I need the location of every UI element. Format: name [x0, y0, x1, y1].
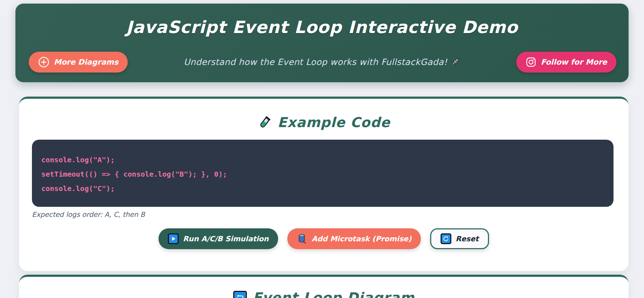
example-code-heading-label: Example Code — [278, 115, 390, 130]
header-banner: JavaScript Event Loop Interactive Demo M… — [15, 4, 629, 82]
test-tube-icon — [258, 115, 272, 130]
event-loop-diagram-heading: Event Loop Diagram — [19, 277, 629, 298]
thread-icon — [297, 233, 307, 244]
subtitle-text: Understand how the Event Loop works with… — [184, 57, 447, 67]
reset-label: Reset — [456, 234, 479, 243]
example-code-card: Example Code console.log("A"); setTimeou… — [19, 97, 629, 271]
follow-for-more-button[interactable]: Follow for More — [516, 52, 616, 73]
instagram-icon — [526, 57, 536, 67]
event-loop-diagram-heading-label: Event Loop Diagram — [253, 290, 414, 298]
example-code-heading: Example Code — [19, 99, 629, 130]
header-row: More Diagrams Understand how the Event L… — [15, 50, 629, 74]
reset-button[interactable]: Reset — [430, 228, 489, 249]
code-line: console.log("A"); — [41, 153, 614, 167]
event-loop-diagram-card: Event Loop Diagram — [19, 275, 629, 298]
play-button-icon — [168, 233, 179, 244]
run-simulation-button[interactable]: Run A/C/B Simulation — [159, 228, 278, 249]
code-line: console.log("C"); — [41, 181, 614, 196]
repeat-icon — [233, 291, 247, 298]
page-title: JavaScript Event Loop Interactive Demo — [15, 4, 629, 37]
follow-for-more-label: Follow for More — [541, 58, 607, 66]
code-block: console.log("A"); setTimeout(() => { con… — [32, 140, 614, 207]
reset-icon — [441, 233, 451, 244]
rocket-icon — [450, 57, 460, 67]
expected-logs-note: Expected logs order: A, C, then B — [32, 210, 629, 218]
add-microtask-button[interactable]: Add Microtask (Promise) — [287, 228, 421, 249]
run-simulation-label: Run A/C/B Simulation — [183, 234, 269, 243]
add-microtask-label: Add Microtask (Promise) — [312, 234, 412, 243]
code-line: setTimeout(() => { console.log("B"); }, … — [41, 167, 614, 181]
action-buttons-row: Run A/C/B Simulation Add Microtask (Prom… — [19, 228, 629, 249]
